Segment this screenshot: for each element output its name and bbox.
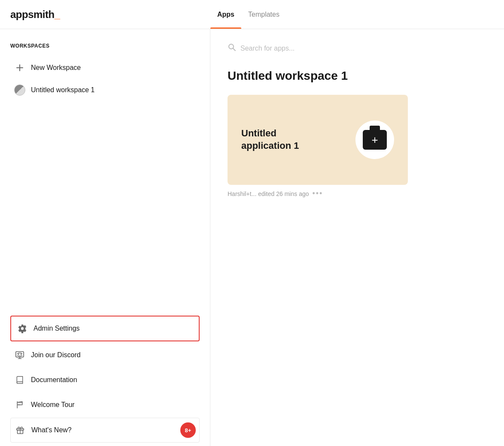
welcome-tour-label: Welcome Tour — [31, 401, 196, 409]
sidebar-item-admin-settings[interactable]: Admin Settings — [10, 316, 200, 341]
discord-icon — [14, 349, 26, 361]
svg-point-3 — [18, 354, 19, 355]
plus-icon — [14, 62, 26, 74]
sidebar-item-new-workspace[interactable]: New Workspace — [10, 57, 200, 78]
workspace-label: Untitled workspace 1 — [31, 86, 95, 94]
medkit-icon: + — [363, 130, 387, 150]
workspace-icon — [14, 84, 26, 96]
logo-underscore: _ — [55, 9, 60, 20]
new-workspace-label: New Workspace — [31, 64, 81, 72]
discord-label: Join our Discord — [31, 351, 196, 359]
logo-text: appsmith_ — [10, 9, 60, 21]
search-icon — [228, 43, 236, 54]
search-placeholder[interactable]: Search for apps... — [240, 45, 295, 52]
svg-line-8 — [233, 48, 235, 51]
app-card[interactable]: Untitled application 1 + — [228, 95, 408, 185]
gear-icon — [16, 322, 28, 334]
sidebar-bottom: Admin Settings Join our Discord — [0, 312, 210, 446]
book-icon — [14, 374, 26, 386]
header: appsmith_ Apps Templates — [0, 0, 504, 29]
workspaces-label: WORKSPACES — [10, 43, 200, 49]
logo: appsmith_ — [0, 9, 210, 21]
workspace-title: Untitled workspace 1 — [228, 69, 487, 83]
sidebar-item-documentation[interactable]: Documentation — [10, 368, 200, 392]
app-card-title: Untitled application 1 — [241, 127, 327, 152]
apps-grid: Untitled application 1 + Harshil+t... ed… — [228, 95, 487, 198]
sidebar: WORKSPACES New Workspace Untitled worksp… — [0, 29, 210, 446]
app-card-meta-text: Harshil+t... edited 26 mins ago — [228, 190, 309, 197]
documentation-label: Documentation — [31, 376, 196, 384]
main-content: Search for apps... Untitled workspace 1 … — [210, 29, 504, 446]
sidebar-item-whats-new[interactable]: What's New? 8+ — [10, 418, 200, 443]
app-card-wrapper: Untitled application 1 + Harshil+t... ed… — [228, 95, 408, 198]
gift-icon — [14, 424, 26, 436]
tab-apps[interactable]: Apps — [210, 0, 241, 29]
svg-point-4 — [21, 354, 22, 355]
sidebar-item-workspace[interactable]: Untitled workspace 1 — [10, 80, 200, 100]
sidebar-top: WORKSPACES New Workspace Untitled worksp… — [0, 29, 210, 312]
app-card-meta: Harshil+t... edited 26 mins ago ••• — [228, 189, 408, 198]
sidebar-item-welcome-tour[interactable]: Welcome Tour — [10, 393, 200, 417]
tour-icon — [14, 399, 26, 411]
tab-templates[interactable]: Templates — [241, 0, 286, 29]
whats-new-badge: 8+ — [180, 422, 196, 438]
app-card-more-options[interactable]: ••• — [313, 189, 323, 198]
nav-tabs: Apps Templates — [210, 0, 286, 29]
main-layout: WORKSPACES New Workspace Untitled worksp… — [0, 29, 504, 446]
sidebar-item-discord[interactable]: Join our Discord — [10, 343, 200, 367]
whats-new-label: What's New? — [31, 426, 180, 434]
admin-settings-label: Admin Settings — [33, 325, 194, 332]
search-bar: Search for apps... — [228, 43, 487, 54]
app-card-icon-circle: + — [355, 121, 394, 159]
medkit-body: + — [363, 130, 387, 150]
